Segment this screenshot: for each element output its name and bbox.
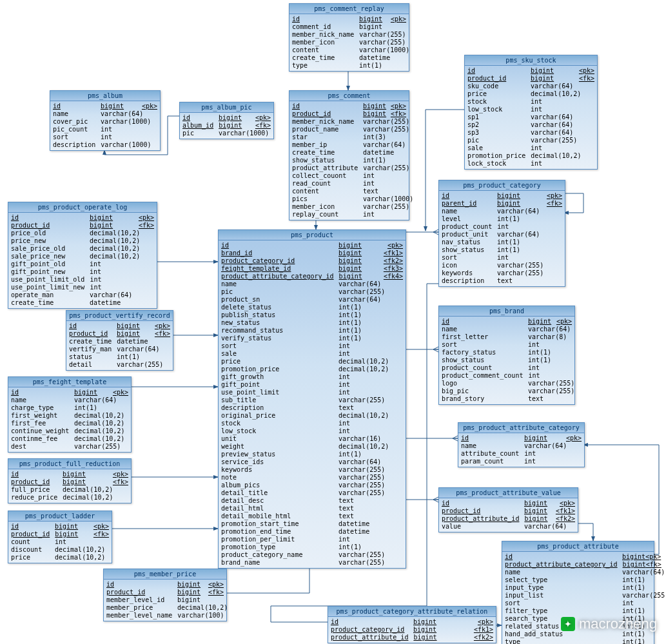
col-name: gift_point_old	[11, 260, 84, 268]
col-type: varchar(100)	[177, 612, 224, 620]
table-pms_product_full_reduction: pms_product_full_reductionidbigint<pk>pr…	[8, 458, 132, 503]
col-name: description	[53, 141, 95, 149]
table-row: idbigint<pk>	[11, 389, 128, 396]
col-key	[382, 23, 406, 31]
table-title: pms_product_attribute	[502, 542, 654, 552]
col-type: int	[101, 126, 112, 133]
col-type: varchar(1000)	[219, 130, 269, 137]
table-row: promotion_pricedecimal(10,2)	[467, 152, 594, 160]
col-name: detail_html	[221, 505, 333, 512]
col-key	[375, 211, 406, 219]
col-key	[573, 83, 594, 90]
col-type: bigint	[219, 114, 242, 122]
col-key: <pk>	[362, 242, 403, 249]
col-key	[551, 349, 572, 356]
col-type: varchar(64)	[338, 280, 381, 288]
col-type: varchar(255)	[338, 489, 385, 497]
col-key: <fk>	[646, 561, 661, 569]
col-type: varchar(255)	[497, 262, 544, 269]
col-name: sort	[221, 342, 333, 350]
col-name: detail_desc	[221, 497, 333, 505]
table-row: idbigint<pk>	[505, 553, 651, 561]
col-type: datetime	[338, 520, 369, 528]
table-row: use_point_limitint	[221, 389, 403, 396]
col-name: charge_type	[11, 404, 69, 412]
col-name: product_category_id	[331, 626, 408, 634]
col-name: create_time	[69, 338, 112, 346]
col-type: bigint	[338, 265, 362, 273]
col-name: first_letter	[442, 333, 523, 341]
col-type: bigint	[622, 553, 645, 561]
col-type: bigint	[177, 581, 201, 589]
table-body: idbigint<pk>product_idbigint<fk>countint…	[8, 522, 112, 563]
col-key: <pk>	[201, 581, 224, 589]
table-row: first_lettervarchar(8)	[442, 333, 572, 341]
col-type: int	[497, 254, 509, 262]
col-key	[540, 364, 572, 372]
table-row: unitvarchar(16)	[221, 435, 403, 443]
col-key	[105, 546, 109, 554]
col-key	[520, 239, 562, 246]
col-name: pic	[467, 137, 525, 144]
col-type: bigint	[101, 102, 124, 110]
col-type: decimal(10,2)	[74, 412, 124, 420]
col-key	[381, 458, 403, 466]
table-row: product_idbigint<fk>	[11, 478, 128, 486]
col-name: name	[505, 569, 617, 576]
col-type: bigint	[497, 192, 520, 200]
table-row: idbigint<pk>	[442, 192, 562, 200]
table-title: pms_product_attribute_value	[439, 488, 578, 498]
col-key	[66, 538, 109, 546]
col-name: pic	[221, 288, 333, 296]
col-name: product_category_name	[221, 551, 333, 559]
watermark: ✦ macrozheng	[561, 616, 657, 632]
col-name: verify_status	[221, 335, 333, 342]
col-type: bigint	[363, 102, 386, 110]
table-row: pricedecimal(10,2)	[467, 90, 594, 98]
col-key: <pk>	[242, 114, 271, 122]
col-type: varchar(64)	[338, 458, 381, 466]
col-key: <pk>	[554, 67, 594, 75]
col-key	[385, 396, 403, 404]
col-type: bigint	[524, 515, 547, 523]
table-body: idbigint<pk>product_category_idbigint<fk…	[328, 617, 496, 643]
col-name: attribute_count	[461, 450, 519, 458]
col-name: id	[461, 434, 519, 442]
col-name: continme_fee	[11, 435, 69, 443]
col-key	[645, 584, 651, 592]
table-body: idbigint<pk>album_idbigint<fk>picvarchar…	[180, 113, 273, 139]
col-key: <pk>	[547, 434, 582, 442]
table-row: contentvarchar(1000)	[292, 46, 406, 54]
col-key: <fk>	[86, 478, 128, 486]
col-key	[354, 497, 403, 505]
col-key: <fk>	[554, 75, 594, 83]
col-key	[140, 229, 154, 237]
col-key	[97, 404, 128, 412]
col-key	[540, 208, 562, 215]
col-type: int	[55, 538, 66, 546]
table-title: pms_sku_stock	[465, 55, 597, 66]
col-name: sort	[442, 254, 492, 262]
col-name: name	[11, 396, 69, 404]
table-row: member_pricedecimal(10,2)	[106, 604, 224, 612]
col-type: int	[363, 180, 375, 188]
table-row: idbigint<pk>	[53, 102, 157, 110]
col-name: service_ids	[221, 458, 333, 466]
col-name: price_new	[11, 237, 84, 245]
col-key	[362, 319, 403, 327]
col-key: <pk>	[78, 523, 109, 531]
table-row: product_attribute_category_idbigint<fk4>	[221, 273, 403, 280]
col-key	[573, 121, 594, 129]
col-key	[112, 133, 157, 141]
table-row: comment_idbigint	[292, 23, 406, 31]
col-key: <pk>	[86, 471, 128, 478]
table-row: namevarchar(64)	[442, 326, 572, 333]
table-row: create_timedatetime	[69, 338, 170, 346]
col-type: varchar(255)	[117, 361, 163, 369]
col-name: content	[292, 188, 358, 195]
table-row: promotion_typeint(1)	[221, 543, 403, 551]
table-body: idbigint<pk>product_idbigint<fk>full_pri…	[8, 469, 131, 503]
col-name: sale_price_new	[11, 253, 84, 260]
col-name: member_level_id	[106, 596, 172, 604]
col-key: <pk>	[382, 15, 406, 23]
